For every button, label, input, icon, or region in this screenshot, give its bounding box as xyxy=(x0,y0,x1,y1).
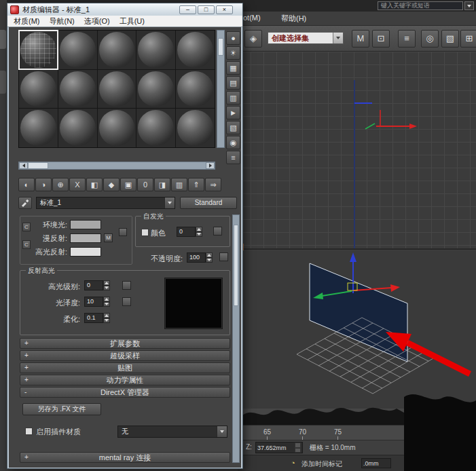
sample-horizontal-scrollbar[interactable] xyxy=(18,162,215,170)
show-end-result-icon[interactable]: ▥ xyxy=(171,178,187,191)
material-sample-slot-active[interactable] xyxy=(19,31,58,69)
material-sample-slot[interactable] xyxy=(19,70,58,109)
mirror-icon[interactable]: M xyxy=(352,30,369,48)
material-editor-window[interactable]: 材质编辑器 - 标准_1 – □ × 材质(M) 导航(N) 选项(O) 工具(… xyxy=(7,3,243,469)
opacity-spinner[interactable]: 100 xyxy=(187,252,213,263)
spinner-down-button[interactable] xyxy=(103,302,110,307)
spinner-up-button[interactable] xyxy=(103,313,110,318)
layer-manager-icon[interactable]: ≡ xyxy=(398,30,416,48)
render-setup-icon[interactable]: ▧ xyxy=(441,30,459,48)
put-material-to-scene-icon[interactable]: ◑ xyxy=(35,178,52,191)
blue-badge-icon[interactable] xyxy=(119,228,127,236)
shader-type-button[interactable]: Standard xyxy=(180,197,237,209)
save-as-fx-button[interactable]: 另存为 .FX 文件 xyxy=(22,403,101,415)
lock-ambient-diffuse-icon[interactable]: C xyxy=(22,223,31,231)
coordinate-spinner[interactable] xyxy=(295,442,301,453)
material-sample-slot[interactable] xyxy=(98,70,136,109)
self-illum-map-button[interactable] xyxy=(213,227,222,236)
material-sample-slot[interactable] xyxy=(136,109,175,147)
make-preview-icon[interactable]: ► xyxy=(226,106,240,119)
material-sample-slot[interactable] xyxy=(176,109,215,147)
combo-arrow-button[interactable] xyxy=(333,33,343,43)
glossiness-spinner[interactable]: 10 xyxy=(84,297,110,307)
enable-plugin-material-checkbox[interactable] xyxy=(25,428,33,435)
toolbar-icon-fragment[interactable] xyxy=(0,71,6,94)
sample-vertical-scrollbar[interactable] xyxy=(217,30,225,148)
specular-color-swatch[interactable] xyxy=(70,247,101,257)
video-color-check-icon[interactable]: ▥ xyxy=(226,91,240,105)
self-illum-spinner[interactable]: 0 xyxy=(177,227,202,237)
material-sample-slot[interactable] xyxy=(98,109,136,147)
rollout-mental-ray-connection[interactable]: + mental ray 连接 xyxy=(20,452,230,463)
search-options-button[interactable] xyxy=(464,1,474,10)
rollout-supersampling[interactable]: + 超级采样 xyxy=(20,350,230,361)
spinner-up-button[interactable] xyxy=(196,227,202,232)
viewport-front[interactable] xyxy=(238,52,476,250)
named-selection-set-combo[interactable]: 创建选择集 xyxy=(268,32,344,44)
material-sample-slot[interactable] xyxy=(58,70,97,109)
spinner-down-button[interactable] xyxy=(103,318,110,324)
combo-arrow-button[interactable] xyxy=(164,197,175,208)
scrollbar-thumb[interactable] xyxy=(218,38,223,56)
material-sample-slot[interactable] xyxy=(58,109,97,147)
combo-arrow-button[interactable] xyxy=(217,426,227,437)
material-sample-slot[interactable] xyxy=(19,109,58,147)
material-sample-slot[interactable] xyxy=(136,31,175,69)
plugin-material-dropdown[interactable]: 无 xyxy=(117,426,227,438)
rendered-frame-icon[interactable]: ⊞ xyxy=(460,30,476,48)
menu-maxscript-fragment[interactable]: ot(M) xyxy=(243,14,261,22)
put-to-library-icon[interactable]: ▣ xyxy=(120,178,136,191)
window-titlebar[interactable]: 材质编辑器 - 标准_1 – □ × xyxy=(7,3,242,16)
menu-help[interactable]: 帮助(H) xyxy=(281,14,306,24)
go-to-parent-icon[interactable]: ⇑ xyxy=(188,178,204,191)
go-forward-sibling-icon[interactable]: ⇒ xyxy=(205,178,221,191)
self-illum-color-checkbox[interactable] xyxy=(141,229,149,236)
sample-type-icon[interactable]: ● xyxy=(226,31,240,45)
menu-utilities[interactable]: 工具(U) xyxy=(115,16,149,26)
material-sample-slot[interactable] xyxy=(176,70,215,109)
scroll-left-button[interactable] xyxy=(19,162,28,169)
make-unique-icon[interactable]: ◆ xyxy=(103,178,120,191)
keyboard-override-icon[interactable]: ◈ xyxy=(244,30,262,48)
parameters-scrollbar[interactable] xyxy=(232,214,240,463)
material-sample-slot[interactable] xyxy=(176,31,215,69)
spinner-up-button[interactable] xyxy=(206,252,213,258)
scrollbar-thumb[interactable] xyxy=(28,162,48,169)
maximize-button[interactable]: □ xyxy=(198,5,215,14)
diffuse-color-swatch[interactable] xyxy=(70,233,101,243)
diffuse-map-button[interactable]: M xyxy=(104,233,113,242)
material-map-navigator-icon[interactable]: ≡ xyxy=(226,151,240,164)
backlight-icon[interactable]: ☀ xyxy=(226,46,240,60)
viewport-perspective[interactable] xyxy=(238,251,476,409)
z-coordinate-field[interactable]: 37.652mm xyxy=(255,442,303,453)
soften-spinner[interactable]: 0.1 xyxy=(84,313,110,323)
rollout-extended-parameters[interactable]: + 扩展参数 xyxy=(20,338,230,349)
minimize-button[interactable]: – xyxy=(179,5,196,14)
material-sample-slot[interactable] xyxy=(136,70,175,109)
material-id-channel-icon[interactable]: 0 xyxy=(137,178,153,191)
rollout-maps[interactable]: + 贴图 xyxy=(20,362,230,373)
close-button[interactable]: × xyxy=(216,5,233,14)
sample-uv-tiling-icon[interactable]: ▤ xyxy=(226,76,240,90)
show-in-viewport-icon[interactable]: ◨ xyxy=(154,178,170,191)
glossiness-map-button[interactable] xyxy=(122,297,131,306)
spinner-up-button[interactable] xyxy=(103,280,110,286)
opacity-map-button[interactable] xyxy=(219,252,228,261)
align-icon[interactable]: ⊡ xyxy=(372,30,390,48)
add-time-tag-button[interactable]: 添加时间标记 xyxy=(301,459,342,469)
toolbar-icon-fragment[interactable] xyxy=(0,30,6,49)
rollout-dynamics-properties[interactable]: + 动力学属性 xyxy=(20,375,230,385)
menu-material[interactable]: 材质(M) xyxy=(9,16,45,26)
ambient-color-swatch[interactable] xyxy=(70,220,101,229)
specular-level-spinner[interactable]: 0 xyxy=(84,280,110,290)
make-material-copy-icon[interactable]: ◧ xyxy=(86,178,103,191)
search-input[interactable]: 键入关键字或短语 xyxy=(378,1,463,10)
menu-navigation[interactable]: 导航(N) xyxy=(45,16,79,26)
options-icon[interactable]: ▧ xyxy=(226,121,240,134)
spinner-down-button[interactable] xyxy=(206,258,213,263)
background-icon[interactable]: ▦ xyxy=(226,61,240,75)
pick-material-eyedropper[interactable] xyxy=(18,197,32,209)
material-name-combo[interactable]: 标准_1 xyxy=(36,197,175,209)
scroll-right-button[interactable] xyxy=(206,162,215,169)
rollout-directx-manager[interactable]: - DirectX 管理器 xyxy=(20,387,230,398)
